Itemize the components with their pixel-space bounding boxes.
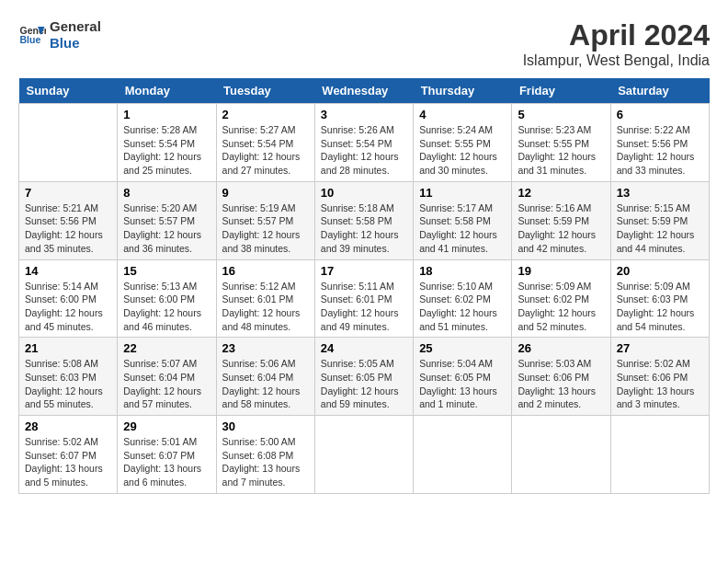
day-number: 25: [419, 341, 506, 355]
calendar-cell: 24Sunrise: 5:05 AM Sunset: 6:05 PM Dayli…: [314, 338, 413, 416]
day-number: 17: [321, 264, 407, 278]
header-thursday: Thursday: [414, 78, 512, 104]
day-number: 14: [25, 264, 111, 278]
logo-line1: General: [50, 18, 101, 35]
week-row-3: 14Sunrise: 5:14 AM Sunset: 6:00 PM Dayli…: [19, 259, 710, 338]
calendar-cell: 20Sunrise: 5:09 AM Sunset: 6:03 PM Dayli…: [610, 259, 709, 338]
day-info: Sunrise: 5:07 AM Sunset: 6:04 PM Dayligh…: [123, 357, 210, 411]
day-info: Sunrise: 5:04 AM Sunset: 6:05 PM Dayligh…: [419, 357, 506, 411]
calendar-cell: 8Sunrise: 5:20 AM Sunset: 5:57 PM Daylig…: [118, 181, 216, 259]
svg-text:Blue: Blue: [20, 34, 41, 45]
day-number: 20: [617, 264, 703, 278]
calendar-table: SundayMondayTuesdayWednesdayThursdayFrid…: [18, 78, 710, 494]
day-number: 11: [419, 186, 506, 200]
day-info: Sunrise: 5:08 AM Sunset: 6:03 PM Dayligh…: [25, 357, 111, 411]
calendar-cell: 3Sunrise: 5:26 AM Sunset: 5:54 PM Daylig…: [314, 104, 413, 182]
day-number: 9: [222, 186, 309, 200]
day-info: Sunrise: 5:14 AM Sunset: 6:00 PM Dayligh…: [25, 280, 111, 334]
calendar-header-row: SundayMondayTuesdayWednesdayThursdayFrid…: [19, 78, 710, 104]
day-info: Sunrise: 5:21 AM Sunset: 5:56 PM Dayligh…: [25, 201, 111, 256]
calendar-cell: 4Sunrise: 5:24 AM Sunset: 5:55 PM Daylig…: [414, 104, 512, 182]
calendar-cell: 22Sunrise: 5:07 AM Sunset: 6:04 PM Dayli…: [118, 338, 216, 416]
header-friday: Friday: [512, 78, 610, 104]
day-info: Sunrise: 5:22 AM Sunset: 5:56 PM Dayligh…: [617, 123, 703, 178]
day-number: 23: [222, 341, 309, 355]
day-number: 13: [617, 186, 703, 200]
day-number: 27: [617, 341, 703, 355]
header-sunday: Sunday: [19, 78, 118, 104]
week-row-4: 21Sunrise: 5:08 AM Sunset: 6:03 PM Dayli…: [19, 338, 710, 416]
calendar-cell: [19, 104, 118, 182]
day-info: Sunrise: 5:20 AM Sunset: 5:57 PM Dayligh…: [123, 201, 210, 256]
day-info: Sunrise: 5:02 AM Sunset: 6:06 PM Dayligh…: [617, 357, 703, 411]
calendar-cell: 14Sunrise: 5:14 AM Sunset: 6:00 PM Dayli…: [19, 259, 118, 338]
day-number: 5: [518, 108, 604, 121]
calendar-cell: 11Sunrise: 5:17 AM Sunset: 5:58 PM Dayli…: [414, 181, 512, 259]
calendar-cell: 5Sunrise: 5:23 AM Sunset: 5:55 PM Daylig…: [512, 104, 610, 182]
day-number: 21: [25, 341, 111, 355]
day-info: Sunrise: 5:10 AM Sunset: 6:02 PM Dayligh…: [419, 280, 506, 334]
day-number: 6: [617, 108, 703, 121]
day-info: Sunrise: 5:24 AM Sunset: 5:55 PM Dayligh…: [419, 123, 506, 178]
calendar-cell: 16Sunrise: 5:12 AM Sunset: 6:01 PM Dayli…: [216, 259, 314, 338]
day-info: Sunrise: 5:18 AM Sunset: 5:58 PM Dayligh…: [321, 201, 407, 256]
calendar-cell: 10Sunrise: 5:18 AM Sunset: 5:58 PM Dayli…: [314, 181, 413, 259]
calendar-cell: 18Sunrise: 5:10 AM Sunset: 6:02 PM Dayli…: [414, 259, 512, 338]
day-number: 2: [222, 108, 309, 121]
day-number: 30: [222, 419, 309, 433]
day-number: 18: [419, 264, 506, 278]
calendar-cell: 17Sunrise: 5:11 AM Sunset: 6:01 PM Dayli…: [314, 259, 413, 338]
day-info: Sunrise: 5:01 AM Sunset: 6:07 PM Dayligh…: [123, 435, 210, 489]
calendar-cell: 29Sunrise: 5:01 AM Sunset: 6:07 PM Dayli…: [118, 416, 216, 494]
calendar-cell: 21Sunrise: 5:08 AM Sunset: 6:03 PM Dayli…: [19, 338, 118, 416]
calendar-cell: 23Sunrise: 5:06 AM Sunset: 6:04 PM Dayli…: [216, 338, 314, 416]
day-info: Sunrise: 5:26 AM Sunset: 5:54 PM Dayligh…: [321, 123, 407, 178]
calendar-cell: 25Sunrise: 5:04 AM Sunset: 6:05 PM Dayli…: [414, 338, 512, 416]
calendar-cell: 30Sunrise: 5:00 AM Sunset: 6:08 PM Dayli…: [216, 416, 314, 494]
day-number: 19: [518, 264, 604, 278]
calendar-cell: 7Sunrise: 5:21 AM Sunset: 5:56 PM Daylig…: [19, 181, 118, 259]
calendar-cell: [314, 416, 413, 494]
header-wednesday: Wednesday: [314, 78, 413, 104]
calendar-cell: 1Sunrise: 5:28 AM Sunset: 5:54 PM Daylig…: [118, 104, 216, 182]
calendar-cell: 6Sunrise: 5:22 AM Sunset: 5:56 PM Daylig…: [610, 104, 709, 182]
calendar-cell: [414, 416, 512, 494]
day-info: Sunrise: 5:13 AM Sunset: 6:00 PM Dayligh…: [123, 280, 210, 334]
day-number: 16: [222, 264, 309, 278]
day-info: Sunrise: 5:05 AM Sunset: 6:05 PM Dayligh…: [321, 357, 407, 411]
week-row-2: 7Sunrise: 5:21 AM Sunset: 5:56 PM Daylig…: [19, 181, 710, 259]
day-info: Sunrise: 5:16 AM Sunset: 5:59 PM Dayligh…: [518, 201, 604, 256]
day-number: 15: [123, 264, 210, 278]
day-info: Sunrise: 5:12 AM Sunset: 6:01 PM Dayligh…: [222, 280, 309, 334]
calendar-cell: 15Sunrise: 5:13 AM Sunset: 6:00 PM Dayli…: [118, 259, 216, 338]
main-title: April 2024: [523, 18, 710, 52]
week-row-1: 1Sunrise: 5:28 AM Sunset: 5:54 PM Daylig…: [19, 104, 710, 182]
day-info: Sunrise: 5:09 AM Sunset: 6:02 PM Dayligh…: [518, 280, 604, 334]
day-info: Sunrise: 5:02 AM Sunset: 6:07 PM Dayligh…: [25, 435, 111, 489]
day-info: Sunrise: 5:09 AM Sunset: 6:03 PM Dayligh…: [617, 280, 703, 334]
day-number: 3: [321, 108, 407, 121]
day-info: Sunrise: 5:19 AM Sunset: 5:57 PM Dayligh…: [222, 201, 309, 256]
calendar-cell: 12Sunrise: 5:16 AM Sunset: 5:59 PM Dayli…: [512, 181, 610, 259]
day-number: 24: [321, 341, 407, 355]
day-number: 8: [123, 186, 210, 200]
calendar-cell: 19Sunrise: 5:09 AM Sunset: 6:02 PM Dayli…: [512, 259, 610, 338]
day-number: 7: [25, 186, 111, 200]
day-number: 12: [518, 186, 604, 200]
calendar-cell: 27Sunrise: 5:02 AM Sunset: 6:06 PM Dayli…: [610, 338, 709, 416]
calendar-cell: [610, 416, 709, 494]
day-number: 28: [25, 419, 111, 433]
subtitle: Islampur, West Bengal, India: [523, 52, 710, 69]
day-info: Sunrise: 5:06 AM Sunset: 6:04 PM Dayligh…: [222, 357, 309, 411]
day-info: Sunrise: 5:03 AM Sunset: 6:06 PM Dayligh…: [518, 357, 604, 411]
calendar-cell: 26Sunrise: 5:03 AM Sunset: 6:06 PM Dayli…: [512, 338, 610, 416]
day-info: Sunrise: 5:17 AM Sunset: 5:58 PM Dayligh…: [419, 201, 506, 256]
day-info: Sunrise: 5:27 AM Sunset: 5:54 PM Dayligh…: [222, 123, 309, 178]
day-info: Sunrise: 5:15 AM Sunset: 5:59 PM Dayligh…: [617, 201, 703, 256]
day-number: 10: [321, 186, 407, 200]
header-tuesday: Tuesday: [216, 78, 314, 104]
day-number: 29: [123, 419, 210, 433]
day-info: Sunrise: 5:23 AM Sunset: 5:55 PM Dayligh…: [518, 123, 604, 178]
day-number: 4: [419, 108, 506, 121]
day-number: 26: [518, 341, 604, 355]
